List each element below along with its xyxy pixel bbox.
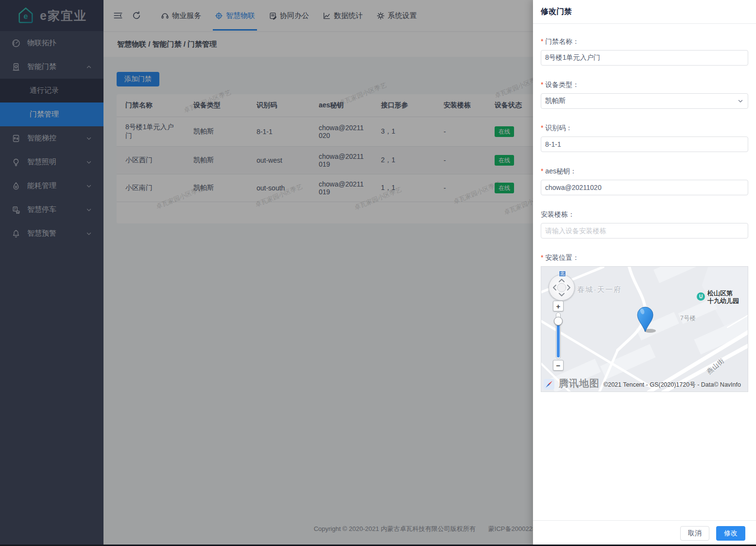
field-device-type: 设备类型： 凯帕斯 (541, 81, 748, 109)
drawer-form: 门禁名称： 设备类型： 凯帕斯 识别码： aes秘钥： 安装楼栋： (533, 24, 756, 392)
north-indicator: 北 (559, 271, 566, 277)
aes-key-input[interactable] (541, 180, 748, 195)
zoom-slider-track[interactable] (556, 312, 561, 359)
pan-down-button[interactable] (559, 293, 564, 296)
map-provider-name: 腾讯地图 (559, 377, 600, 390)
field-label: 门禁名称： (541, 37, 748, 46)
map-label-residential: 春城·天一府 (577, 285, 622, 294)
selected-option: 凯帕斯 (545, 97, 566, 105)
field-label: aes秘钥： (541, 167, 748, 176)
drawer-header: 修改门禁 (533, 0, 756, 24)
drawer-title: 修改门禁 (541, 7, 572, 17)
map-zoom-control: + − (553, 301, 564, 371)
field-label: 安装位置： (541, 254, 748, 262)
field-identifier: 识别码： (541, 124, 748, 152)
map-label-building-7: 7号楼 (680, 314, 696, 323)
pan-up-button[interactable] (559, 279, 564, 282)
zoom-slider-handle[interactable] (554, 317, 563, 325)
zoom-out-button[interactable]: − (553, 360, 564, 371)
pan-left-button[interactable] (553, 285, 556, 290)
identifier-input[interactable] (541, 136, 748, 152)
field-label: 设备类型： (541, 81, 748, 89)
building-input[interactable] (541, 223, 748, 239)
field-location: 安装位置： (541, 254, 748, 392)
drawer-footer: 取消 修改 (533, 520, 756, 546)
field-aes-key: aes秘钥： (541, 167, 748, 195)
tencent-maps-logo-icon (543, 378, 555, 390)
map-copyright: ©2021 Tencent - GS(2020)1720号 - Data© Na… (603, 381, 741, 389)
submit-modify-button[interactable]: 修改 (716, 526, 745, 541)
edit-door-drawer: 修改门禁 门禁名称： 设备类型： 凯帕斯 识别码： aes秘钥： (533, 0, 756, 546)
chevron-down-icon (737, 98, 744, 104)
app-root: e e家宜业 物联拓扑 智能门禁 通行记录 (0, 0, 756, 546)
zoom-in-button[interactable]: + (553, 301, 564, 311)
location-marker-pin[interactable] (637, 307, 656, 334)
kindergarten-poi-icon: U (697, 292, 705, 301)
field-door-name: 门禁名称： (541, 37, 748, 66)
field-label: 识别码： (541, 124, 748, 133)
device-type-select[interactable]: 凯帕斯 (541, 93, 748, 109)
map-attribution-bar: 腾讯地图 ©2021 Tencent - GS(2020)1720号 - Dat… (543, 377, 741, 390)
map-pan-control: 北 (547, 271, 577, 302)
pan-right-button[interactable] (567, 285, 570, 290)
field-label: 安装楼栋： (541, 210, 748, 219)
map-poi-kindergarten: U 松山区第十九幼儿园 (697, 290, 739, 305)
door-name-input[interactable] (541, 50, 748, 66)
cancel-button[interactable]: 取消 (680, 526, 709, 541)
field-building: 安装楼栋： (541, 210, 748, 239)
location-map[interactable]: 春城·天一府 7号楼 燕山街 U 松山区第十九幼儿园 (541, 266, 748, 392)
